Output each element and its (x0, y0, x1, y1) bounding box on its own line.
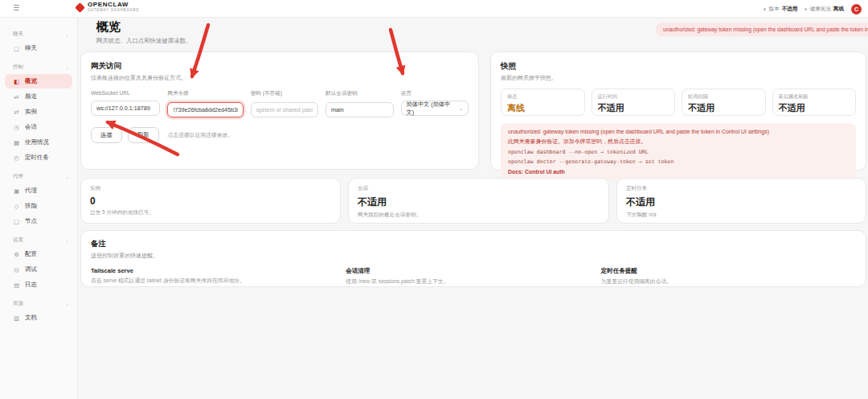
gateway-token-input[interactable] (167, 102, 243, 117)
instances-card-title: 实例 (90, 185, 331, 192)
channels-icon: ⇌ (13, 93, 20, 101)
cron-card: 定时任务 不适用 下次唤醒 n/a (616, 178, 866, 224)
language-label: 语言 (401, 90, 469, 97)
instances-card: 实例 0 过去 5 分钟内的在线信号。 (80, 178, 341, 224)
health-dot-icon (805, 8, 807, 10)
sidebar-item-config[interactable]: ⚙ 配置 (5, 247, 72, 261)
notes-subtitle: 这些控制设置的快速提醒。 (91, 252, 856, 260)
sidebar-item-usage[interactable]: ▦ 使用情况 (5, 135, 72, 150)
logs-icon: ▤ (13, 282, 20, 289)
top-header-bar: ☰ OPENCLAW GATEWAY DASHBOARD 版本 不适用 健康状况… (0, 0, 868, 18)
section-label: 控制 (13, 64, 23, 71)
gateway-token-label: 网关令牌 (167, 90, 243, 97)
sidebar-item-label: 使用情况 (25, 138, 49, 146)
password-label: 密码 (不存储) (251, 90, 318, 97)
sidebar-item-agents[interactable]: ▣ 代理 (5, 183, 72, 198)
sidebar-item-skills[interactable]: ◇ 技能 (5, 199, 72, 213)
last-refresh-tile-label: 最后频道刷新 (779, 93, 850, 101)
snapshot-title: 快照 (501, 61, 856, 72)
sidebar-item-label: 文档 (25, 314, 37, 322)
snapshot-subtitle: 最新的网关握手快照。 (501, 74, 856, 82)
sidebar-item-cron[interactable]: ◴ 定时任务 (5, 150, 72, 165)
sidebar-item-label: 日志 (25, 281, 37, 289)
note-cron-reminder: 定时任务提醒 为重复运行使用隔离的会话。 (601, 267, 856, 286)
note-tailscale-caption: 首选 serve 模式以通过 tailnet 身份验证将网关保持在回环地址。 (91, 277, 330, 285)
sidebar-item-chat[interactable]: ▢ 聊天 (5, 41, 72, 56)
health-label: 健康状况 (809, 6, 830, 13)
notes-card: 备注 这些控制设置的快速提醒。 Tailscale serve 首选 serve… (80, 230, 866, 287)
connect-button[interactable]: 连接 (91, 127, 122, 143)
sidebar-item-instances[interactable]: ⇄ 实例 (5, 105, 72, 119)
session-key-input[interactable] (326, 102, 393, 117)
sidebar-item-sessions[interactable]: ◷ 会话 (5, 120, 72, 134)
sidebar-item-label: 频道 (25, 93, 37, 101)
websocket-url-input[interactable] (91, 101, 160, 116)
status-tile-value: 离线 (507, 102, 579, 114)
note-session-cleanup: 会话清理 使用 /new 或 sessions.patch 重置上下文。 (346, 267, 600, 286)
session-key-label: 默认会话密钥 (326, 90, 393, 97)
sidebar-section-resources: 资源 ⌄ (0, 300, 77, 307)
sidebar-item-label: 配置 (25, 250, 37, 258)
menu-icon[interactable]: ☰ (13, 4, 19, 12)
sidebar-item-docs[interactable]: ▥ 文档 (5, 311, 72, 325)
brand-name: OPENCLAW (88, 2, 139, 8)
sidebar-item-label: 聊天 (25, 44, 37, 52)
chevron-down-icon[interactable]: ⌄ (65, 174, 69, 179)
page-title: 概览 (96, 19, 121, 35)
websocket-url-label: WebSocket URL (91, 90, 160, 96)
brand-logo: OPENCLAW GATEWAY DASHBOARD (76, 2, 139, 13)
section-label: 聊天 (13, 31, 23, 38)
version-label: 版本 (768, 6, 779, 13)
auth-error-cmd2: openclaw doctor --generate-gateway-token… (508, 158, 849, 165)
auth-error-line2: 此网关需要身份验证。添加令牌或密码，然后点击连接。 (508, 138, 849, 146)
brand-diamond-icon (75, 2, 85, 13)
auth-error-line1: unauthorized: gateway token missing (ope… (508, 129, 849, 134)
password-input[interactable] (251, 102, 318, 117)
instances-icon: ⇄ (13, 109, 20, 116)
sidebar-item-label: 会话 (25, 123, 37, 131)
sidebar-item-logs[interactable]: ▤ 日志 (5, 278, 72, 292)
avatar[interactable]: C (851, 4, 862, 14)
chat-icon: ▢ (13, 45, 20, 52)
sidebar-item-channels[interactable]: ⇌ 频道 (5, 89, 72, 104)
notes-title: 备注 (91, 239, 856, 249)
sidebar-item-overview[interactable]: ◧ 概览 (5, 74, 72, 88)
gateway-access-card: 网关访问 仪表板连接的位置及其身份验证方式。 WebSocket URL 网关令… (80, 51, 479, 170)
sidebar-item-label: 实例 (25, 108, 37, 116)
sidebar-item-label: 代理 (25, 187, 37, 195)
chevron-down-icon[interactable]: ⌄ (65, 301, 69, 306)
chevron-down-icon[interactable]: ⌄ (65, 64, 69, 70)
page-subtitle: 网关状态、入口点和快速健康读数。 (96, 37, 191, 45)
sessions-icon: ◷ (13, 124, 20, 131)
connect-hint: 点击连接以应用连接更改。 (168, 131, 234, 139)
auth-error-cmd1: openclaw dashboard --no-open → tokenized… (508, 149, 849, 155)
section-label: 资源 (13, 300, 23, 307)
refresh-button[interactable]: 刷新 (128, 127, 159, 143)
chevron-down-icon[interactable]: ⌄ (65, 237, 69, 243)
docs-link[interactable]: Docs: Control UI auth (508, 169, 849, 175)
sessions-card-caption: 网关跟踪的最近会话密钥。 (358, 212, 600, 219)
poll-interval-tile: 轮询间隔 不适用 (682, 88, 766, 116)
sidebar-item-debug[interactable]: ◎ 调试 (5, 262, 72, 277)
poll-interval-tile-value: 不适用 (688, 102, 760, 114)
brand-subtitle: GATEWAY DASHBOARD (88, 8, 139, 13)
language-selected-value: 简体中文 (简体中文) (407, 101, 457, 117)
auth-error-box: unauthorized: gateway token missing (ope… (501, 123, 856, 180)
sidebar-section-agents: 代理 ⌄ (0, 173, 77, 180)
sidebar-item-label: 定时任务 (25, 154, 49, 162)
sidebar: 聊天 ⌄ ▢ 聊天 控制 ⌄ ◧ 概览 ⇌ 频道 ⇄ 实例 ◷ 会话 ▦ 使用情… (0, 18, 78, 399)
gear-icon: ⚙ (13, 251, 20, 258)
agents-icon: ▣ (13, 187, 20, 195)
snapshot-card: 快照 最新的网关握手快照。 状态 离线 运行时间 不适用 轮询间隔 不适用 最后… (490, 51, 866, 171)
instances-card-value: 0 (90, 195, 331, 207)
last-refresh-tile: 最后频道刷新 不适用 (772, 88, 857, 116)
language-select[interactable]: 简体中文 (简体中文) ⌄ (401, 101, 469, 116)
sidebar-item-nodes[interactable]: ▢ 节点 (5, 214, 72, 228)
gateway-access-subtitle: 仪表板连接的位置及其身份验证方式。 (91, 74, 469, 82)
cron-icon: ◴ (13, 154, 20, 162)
poll-interval-tile-label: 轮询间隔 (688, 93, 760, 101)
chevron-down-icon[interactable]: ⌄ (65, 31, 69, 37)
unauthorized-toast: unauthorized: gateway token missing (ope… (656, 23, 868, 36)
chevron-down-icon: ⌄ (459, 105, 463, 111)
note-session-cleanup-caption: 使用 /new 或 sessions.patch 重置上下文。 (346, 278, 584, 286)
